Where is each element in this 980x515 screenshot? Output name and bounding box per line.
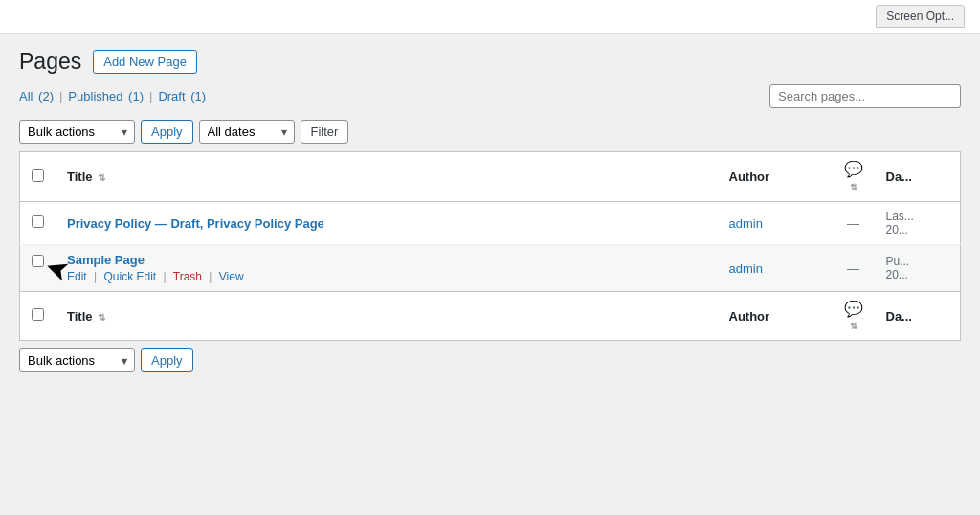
row-actions-2: Edit | Quick Edit | Trash | View (67, 270, 706, 283)
page-title-link-2[interactable]: Sample Page (67, 253, 706, 267)
page-title: Pages (19, 49, 81, 75)
all-dates-select[interactable]: All dates 2024 2023 (199, 120, 295, 144)
select-all-checkbox-top[interactable] (32, 169, 44, 182)
footer-title-cell[interactable]: Title ⇅ (56, 292, 718, 341)
main-content: Pages Add New Page All (2) | Published (… (0, 34, 980, 503)
row-title-cell-2: Sample Page Edit | Quick Edit | Trash | … (56, 245, 718, 292)
title-sort-icon: ⇅ (98, 172, 105, 183)
filter-published-link[interactable]: Published (1) (68, 89, 144, 103)
row-title-cell-1: Privacy Policy — Draft, Privacy Policy P… (56, 202, 718, 245)
quick-edit-link[interactable]: Quick Edit (104, 270, 157, 283)
bulk-actions-select-bottom[interactable]: Bulk actions Edit Move to Trash (19, 348, 135, 372)
edit-link[interactable]: Edit (67, 270, 87, 283)
bulk-actions-wrapper-bottom: Bulk actions Edit Move to Trash ▾ (19, 348, 135, 372)
table-row: Privacy Policy — Draft, Privacy Policy P… (20, 202, 961, 245)
filter-all-link[interactable]: All (2) (19, 89, 54, 103)
filter-links: All (2) | Published (1) | Draft (1) (19, 84, 961, 108)
table-footer-row: Title ⇅ Author 💬 ⇅ Da... (20, 292, 961, 341)
row-date-cell-1: Las... 20... (875, 202, 961, 245)
footer-author-cell: Author (718, 292, 833, 341)
trash-link[interactable]: Trash (173, 270, 202, 283)
col-date-header: Da... (875, 152, 961, 202)
separator-2: | (149, 89, 152, 103)
separator-1: | (59, 89, 62, 103)
row-checkbox-cell (20, 202, 56, 245)
apply-button-bottom[interactable]: Apply (141, 348, 193, 372)
row-date-cell-2: Pu... 20... (875, 245, 961, 292)
footer-comments-sort-icon: ⇅ (850, 321, 858, 331)
footer-comments-icon: 💬 (844, 301, 863, 317)
top-bar: Screen Opt... (0, 0, 980, 34)
footer-title-sort-icon: ⇅ (98, 312, 105, 323)
action-sep-3: | (209, 270, 212, 283)
bottom-toolbar: Bulk actions Edit Move to Trash ▾ Apply (19, 348, 961, 372)
table-wrapper: Title ⇅ Author 💬 ⇅ Da... (19, 151, 961, 341)
add-new-page-button[interactable]: Add New Page (93, 50, 197, 74)
author-link-1[interactable]: admin (729, 216, 763, 231)
row-checkbox-cell (20, 245, 56, 292)
comments-sort-icon: ⇅ (850, 182, 858, 192)
search-pages-input[interactable] (769, 84, 961, 108)
page-header: Pages Add New Page (19, 49, 961, 75)
top-toolbar: Bulk actions Edit Move to Trash Apply Al… (19, 120, 961, 144)
footer-comments-cell[interactable]: 💬 ⇅ (833, 292, 875, 341)
filter-draft-link[interactable]: Draft (1) (158, 89, 206, 103)
all-dates-wrapper: All dates 2024 2023 (199, 120, 295, 144)
row-comments-cell-1: — (833, 202, 875, 245)
row-author-cell-1: admin (718, 202, 833, 245)
table-row: Sample Page Edit | Quick Edit | Trash | … (20, 245, 961, 292)
table-header-row: Title ⇅ Author 💬 ⇅ Da... (20, 152, 961, 202)
comments-icon: 💬 (844, 161, 863, 177)
row-checkbox-1[interactable] (32, 215, 44, 228)
col-comments-header[interactable]: 💬 ⇅ (833, 152, 875, 202)
footer-date-cell: Da... (875, 292, 961, 341)
row-author-cell-2: admin (718, 245, 833, 292)
bulk-actions-select-top[interactable]: Bulk actions Edit Move to Trash (19, 120, 135, 144)
screen-options-button[interactable]: Screen Opt... (876, 5, 965, 28)
action-sep-1: | (94, 270, 97, 283)
author-link-2[interactable]: admin (729, 261, 763, 276)
action-sep-2: | (164, 270, 167, 283)
footer-checkbox-cell (20, 292, 56, 341)
col-checkbox-header (20, 152, 56, 202)
bulk-actions-wrapper-top: Bulk actions Edit Move to Trash (19, 120, 135, 144)
col-title-header[interactable]: Title ⇅ (56, 152, 718, 202)
view-link[interactable]: View (219, 270, 244, 283)
row-checkbox-2[interactable] (32, 255, 44, 267)
col-author-header: Author (718, 152, 833, 202)
filter-button[interactable]: Filter (301, 120, 349, 144)
page-title-link-1[interactable]: Privacy Policy — Draft, Privacy Policy P… (67, 216, 324, 231)
select-all-checkbox-bottom[interactable] (32, 308, 44, 321)
pages-table: Title ⇅ Author 💬 ⇅ Da... (19, 151, 961, 341)
apply-button-top[interactable]: Apply (141, 120, 193, 144)
row-comments-cell-2: — (833, 245, 875, 292)
